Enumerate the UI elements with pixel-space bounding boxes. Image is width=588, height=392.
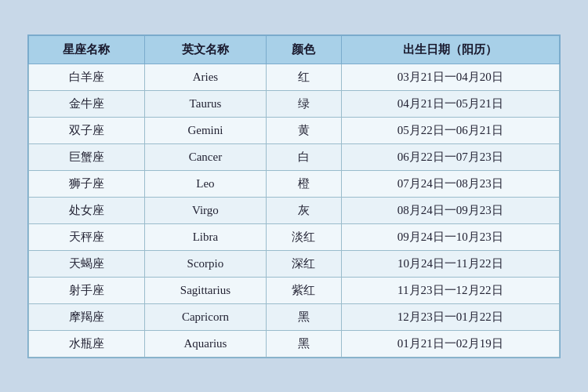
cell-row6-col2: 淡红: [266, 223, 341, 250]
cell-row4-col1: Leo: [144, 170, 266, 197]
cell-row10-col1: Aquarius: [144, 330, 266, 357]
header-col-2: 颜色: [266, 35, 341, 64]
cell-row6-col1: Libra: [144, 223, 266, 250]
zodiac-table-container: 星座名称英文名称颜色出生日期（阳历） 白羊座Aries红03月21日一04月20…: [27, 34, 561, 358]
cell-row8-col3: 11月23日一12月22日: [341, 277, 559, 303]
cell-row10-col3: 01月21日一02月19日: [341, 330, 559, 357]
cell-row1-col3: 04月21日一05月21日: [341, 90, 559, 117]
table-row: 天蝎座Scorpio深红10月24日一11月22日: [29, 250, 560, 277]
cell-row2-col0: 双子座: [29, 117, 145, 143]
cell-row1-col1: Taurus: [144, 90, 266, 117]
cell-row0-col0: 白羊座: [29, 64, 145, 90]
cell-row9-col3: 12月23日一01月22日: [341, 303, 559, 330]
cell-row6-col0: 天秤座: [29, 223, 145, 250]
table-header-row: 星座名称英文名称颜色出生日期（阳历）: [29, 35, 560, 64]
table-body: 白羊座Aries红03月21日一04月20日金牛座Taurus绿04月21日一0…: [29, 64, 560, 357]
cell-row0-col3: 03月21日一04月20日: [341, 64, 559, 90]
cell-row0-col1: Aries: [144, 64, 266, 90]
cell-row4-col0: 狮子座: [29, 170, 145, 197]
cell-row5-col2: 灰: [266, 197, 341, 223]
cell-row7-col0: 天蝎座: [29, 250, 145, 277]
cell-row5-col3: 08月24日一09月23日: [341, 197, 559, 223]
cell-row0-col2: 红: [266, 64, 341, 90]
table-row: 射手座Sagittarius紫红11月23日一12月22日: [29, 277, 560, 303]
cell-row10-col0: 水瓶座: [29, 330, 145, 357]
cell-row10-col2: 黑: [266, 330, 341, 357]
table-row: 金牛座Taurus绿04月21日一05月21日: [29, 90, 560, 117]
cell-row5-col1: Virgo: [144, 197, 266, 223]
table-row: 狮子座Leo橙07月24日一08月23日: [29, 170, 560, 197]
cell-row2-col1: Gemini: [144, 117, 266, 143]
cell-row9-col2: 黑: [266, 303, 341, 330]
table-row: 天秤座Libra淡红09月24日一10月23日: [29, 223, 560, 250]
header-col-1: 英文名称: [144, 35, 266, 64]
cell-row7-col3: 10月24日一11月22日: [341, 250, 559, 277]
cell-row1-col2: 绿: [266, 90, 341, 117]
header-col-3: 出生日期（阳历）: [341, 35, 559, 64]
cell-row2-col2: 黄: [266, 117, 341, 143]
cell-row4-col2: 橙: [266, 170, 341, 197]
cell-row8-col1: Sagittarius: [144, 277, 266, 303]
header-col-0: 星座名称: [29, 35, 145, 64]
cell-row5-col0: 处女座: [29, 197, 145, 223]
table-row: 白羊座Aries红03月21日一04月20日: [29, 64, 560, 90]
table-row: 处女座Virgo灰08月24日一09月23日: [29, 197, 560, 223]
cell-row8-col0: 射手座: [29, 277, 145, 303]
table-row: 双子座Gemini黄05月22日一06月21日: [29, 117, 560, 143]
cell-row8-col2: 紫红: [266, 277, 341, 303]
cell-row9-col0: 摩羯座: [29, 303, 145, 330]
cell-row4-col3: 07月24日一08月23日: [341, 170, 559, 197]
table-row: 水瓶座Aquarius黑01月21日一02月19日: [29, 330, 560, 357]
cell-row6-col3: 09月24日一10月23日: [341, 223, 559, 250]
table-row: 摩羯座Capricorn黑12月23日一01月22日: [29, 303, 560, 330]
zodiac-table: 星座名称英文名称颜色出生日期（阳历） 白羊座Aries红03月21日一04月20…: [28, 35, 560, 358]
cell-row3-col0: 巨蟹座: [29, 143, 145, 170]
cell-row9-col1: Capricorn: [144, 303, 266, 330]
cell-row3-col2: 白: [266, 143, 341, 170]
cell-row3-col1: Cancer: [144, 143, 266, 170]
table-row: 巨蟹座Cancer白06月22日一07月23日: [29, 143, 560, 170]
cell-row2-col3: 05月22日一06月21日: [341, 117, 559, 143]
cell-row7-col1: Scorpio: [144, 250, 266, 277]
cell-row7-col2: 深红: [266, 250, 341, 277]
cell-row1-col0: 金牛座: [29, 90, 145, 117]
cell-row3-col3: 06月22日一07月23日: [341, 143, 559, 170]
